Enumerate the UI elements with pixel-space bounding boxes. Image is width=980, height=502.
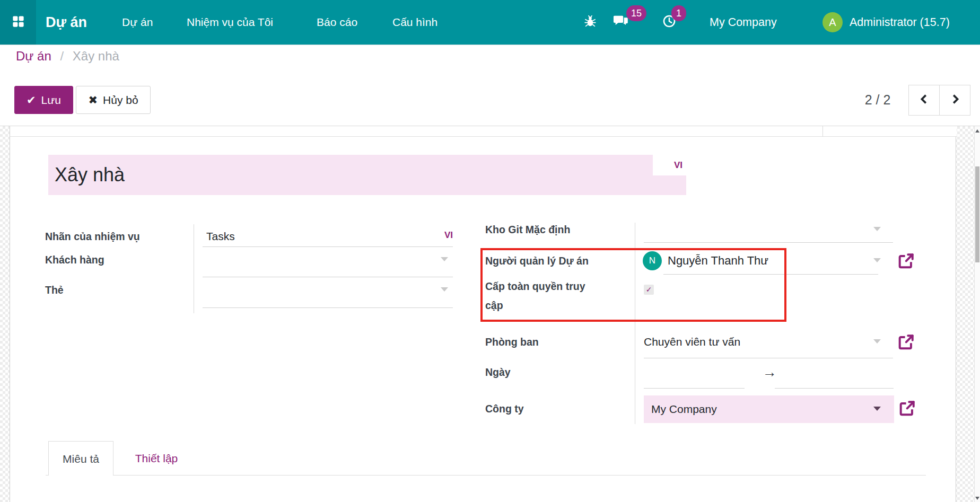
company-value: My Company xyxy=(651,402,717,416)
app-brand: Dự án xyxy=(46,0,87,45)
check-icon: ✔ xyxy=(27,94,36,107)
field-label-full-access: Cấp toàn quyền truy cập xyxy=(485,277,599,315)
scrollbar-down-arrow-icon[interactable] xyxy=(975,497,979,500)
discard-button-label: Hủy bỏ xyxy=(103,94,138,107)
right-column-divider xyxy=(635,223,635,424)
manager-underline xyxy=(663,274,878,275)
caret-down-icon-git-repo[interactable] xyxy=(873,227,881,231)
caret-down-icon-company[interactable] xyxy=(873,407,881,411)
bug-icon xyxy=(583,14,597,30)
translation-badge-title[interactable]: VI xyxy=(653,155,688,175)
user-avatar[interactable]: A xyxy=(822,12,843,32)
chevron-left-icon xyxy=(918,93,930,107)
discard-button[interactable]: ✖ Hủy bỏ xyxy=(76,86,151,114)
pager-next-button[interactable] xyxy=(939,85,970,116)
external-link-icon-company[interactable] xyxy=(898,400,916,418)
save-button[interactable]: ✔ Lưu xyxy=(14,86,73,114)
customer-underline xyxy=(203,277,453,277)
scrollbar-up-arrow-icon[interactable] xyxy=(975,129,979,133)
breadcrumb-separator: / xyxy=(55,49,69,63)
department-underline xyxy=(644,358,893,358)
breadcrumb-parent-link[interactable]: Dự án xyxy=(16,49,51,63)
external-link-icon-department[interactable] xyxy=(897,333,915,351)
department-dropdown[interactable]: Chuyên viên tư vấn xyxy=(644,335,740,349)
field-label-task-label: Nhãn của nhiệm vụ xyxy=(45,230,140,243)
vertical-scrollbar[interactable] xyxy=(974,126,980,502)
form-sheet: Xây nhà VI Nhãn của nhiệm vụ Tasks VI Kh… xyxy=(10,126,956,502)
project-title-input[interactable] xyxy=(48,155,686,195)
nav-menu-item-du-an[interactable]: Dự án xyxy=(122,0,153,45)
breadcrumb: Dự án / Xây nhà xyxy=(16,49,119,64)
tab-settings[interactable]: Thiết lập xyxy=(121,441,191,475)
date-to-underline xyxy=(775,388,894,389)
arrow-right-icon: → xyxy=(759,364,780,380)
translation-badge-task-label[interactable]: VI xyxy=(434,230,453,241)
pager-count[interactable]: 2 / 2 xyxy=(859,86,896,114)
task-label-input[interactable]: Tasks xyxy=(206,230,235,243)
caret-down-icon-tags[interactable] xyxy=(441,287,448,292)
left-column-divider xyxy=(194,224,194,313)
messages-badge: 15 xyxy=(626,5,646,21)
task-label-underline xyxy=(203,246,453,247)
tab-description[interactable]: Miêu tả xyxy=(48,441,113,475)
company-switcher[interactable]: My Company xyxy=(710,0,777,45)
full-access-checkbox[interactable]: ✓ xyxy=(644,285,654,295)
field-label-tags: Thẻ xyxy=(45,283,64,297)
field-label-date: Ngày xyxy=(485,365,511,379)
external-link-icon-manager[interactable] xyxy=(897,252,915,270)
messages-button[interactable] xyxy=(612,0,629,45)
close-icon: ✖ xyxy=(88,94,98,107)
nav-menu-item-nhiem-vu[interactable]: Nhiệm vụ của Tôi xyxy=(187,0,273,45)
nav-menu-item-cau-hinh[interactable]: Cấu hình xyxy=(392,0,438,45)
tags-underline xyxy=(203,307,453,308)
activities-badge: 1 xyxy=(671,5,686,21)
caret-down-icon-customer[interactable] xyxy=(441,257,448,261)
field-label-git-repo: Kho Git Mặc định xyxy=(485,223,570,236)
sliver-divider xyxy=(822,126,823,137)
top-sliver xyxy=(10,126,957,137)
breadcrumb-current: Xây nhà xyxy=(73,49,119,63)
debug-button[interactable] xyxy=(583,0,597,45)
apps-grid-icon xyxy=(11,14,25,31)
caret-down-icon-manager[interactable] xyxy=(873,258,881,262)
nav-menu-item-bao-cao[interactable]: Báo cáo xyxy=(317,0,357,45)
date-from-underline xyxy=(644,388,745,389)
field-label-department: Phòng ban xyxy=(485,335,539,349)
git-repo-underline xyxy=(644,242,893,243)
manager-avatar: N xyxy=(643,251,662,270)
project-title-text: Xây nhà xyxy=(55,155,125,195)
save-button-label: Lưu xyxy=(41,94,61,107)
apps-menu-button[interactable] xyxy=(0,0,36,45)
scrollbar-thumb[interactable] xyxy=(975,166,979,262)
chevron-right-icon xyxy=(949,93,961,107)
field-label-customer: Khách hàng xyxy=(45,253,104,267)
pager-previous-button[interactable] xyxy=(908,85,940,116)
content-area: Xây nhà VI Nhãn của nhiệm vụ Tasks VI Kh… xyxy=(0,126,980,502)
control-panel: Dự án / Xây nhà ✔ Lưu ✖ Hủy bỏ 2 / 2 xyxy=(0,45,980,126)
manager-dropdown[interactable]: Nguyễn Thanh Thư xyxy=(668,254,768,268)
field-label-manager: Người quản lý Dự án xyxy=(485,254,589,268)
caret-down-icon-department[interactable] xyxy=(873,339,881,344)
navbar: Dự án Dự án Nhiệm vụ của Tôi Báo cáo Cấu… xyxy=(0,0,980,45)
user-menu[interactable]: Administrator (15.7) xyxy=(850,0,950,45)
field-label-company: Công ty xyxy=(485,402,524,416)
